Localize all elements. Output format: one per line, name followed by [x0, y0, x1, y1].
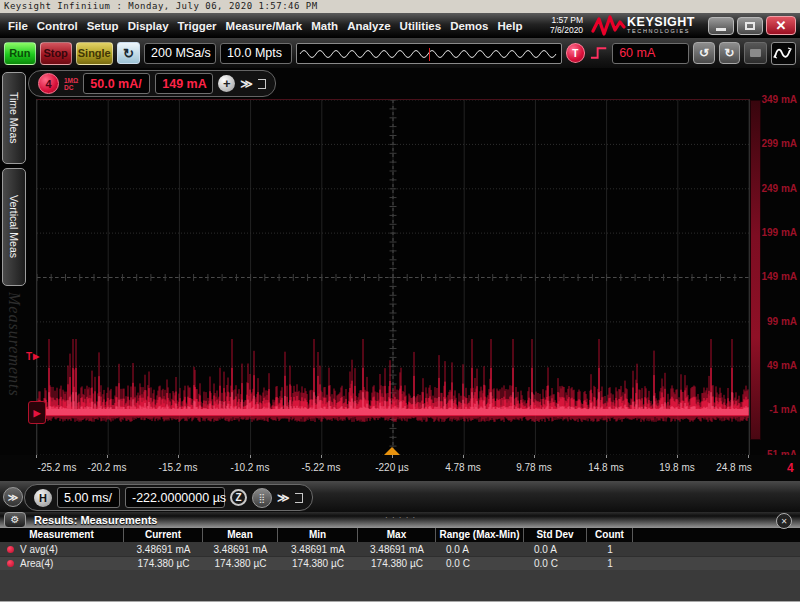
value-mean: 174.380 µC — [203, 558, 278, 569]
minimize-icon — [716, 28, 726, 31]
horizontal-dock-icon[interactable] — [295, 493, 303, 503]
value-current: 174.380 µC — [124, 558, 203, 569]
redo-button[interactable]: ↻ — [719, 42, 740, 64]
window-title: Keysight Infiniium : Monday, July 06, 20… — [4, 1, 318, 11]
menu-utilities[interactable]: Utilities — [400, 20, 442, 32]
trigger-level-marker[interactable]: T▶ — [26, 351, 39, 362]
screen-glyph — [750, 49, 761, 57]
channel4-offset-field[interactable]: 149 mA — [155, 73, 213, 94]
results-gear-icon[interactable]: ⚙ — [4, 512, 26, 528]
screen-dim-icon[interactable] — [744, 42, 767, 64]
x-axis-label: -220 µs — [375, 462, 409, 473]
single-button[interactable]: Single — [76, 42, 114, 65]
zoom-button[interactable]: Z — [230, 489, 247, 506]
menu-file[interactable]: File — [8, 20, 28, 32]
channel4-button[interactable]: 4 — [38, 73, 59, 94]
results-title: Results: Measurements — [34, 514, 158, 526]
value-current: 3.48691 mA — [124, 544, 203, 555]
results-title-bar: ⚙ Results: Measurements · · · · · ✕ — [0, 512, 800, 528]
menu-control[interactable]: Control — [37, 20, 78, 32]
measurement-name: Area(4) — [0, 558, 124, 569]
waveform-tool-icon[interactable] — [771, 42, 796, 65]
results-empty-area — [0, 570, 800, 601]
y-axis-label: -1 mA — [755, 405, 797, 415]
menu-analyze[interactable]: Analyze — [347, 20, 390, 32]
memory-depth-field[interactable]: 10.0 Mpts — [220, 43, 292, 64]
vertical-scale-bar[interactable] — [750, 100, 761, 440]
tab-vertical-meas[interactable]: Vertical Meas — [2, 168, 26, 286]
channel4-controls: 4 1MΩ DC 50.0 mA/ 149 mA + ≫ — [28, 70, 276, 97]
col-mean: Mean — [203, 528, 278, 542]
horizontal-expand-button[interactable]: ≫ — [277, 491, 290, 505]
menu-setup[interactable]: Setup — [87, 20, 119, 32]
results-panel: ⚙ Results: Measurements · · · · · ✕ Meas… — [0, 512, 800, 601]
oscilloscope-app: Keysight Infiniium : Monday, July 06, 20… — [0, 0, 800, 614]
stop-button[interactable]: Stop — [40, 42, 72, 65]
channel-expand-button[interactable]: ≫ — [240, 77, 253, 91]
clock: 1:57 PM 7/6/2020 — [550, 16, 583, 35]
run-button[interactable]: Run — [4, 42, 36, 65]
results-drag-handle[interactable]: · · · · · — [385, 513, 416, 522]
channel4-ground-marker[interactable]: ▶ — [28, 401, 46, 424]
scope-display[interactable] — [36, 99, 750, 456]
y-axis-label: 349 mA — [755, 95, 797, 105]
value-max: 174.380 µC — [358, 558, 436, 569]
time-axis: -25.2 ms -20.2 ms -15.2 ms -10.2 ms -5.2… — [0, 455, 800, 481]
value-max: 3.48691 mA — [358, 544, 436, 555]
menu-bar-right: 1:57 PM 7/6/2020 KEYSIGHT TECHNOLOGIES ✕ — [550, 13, 796, 38]
brand-name: KEYSIGHT — [627, 16, 695, 28]
col-empty — [633, 528, 800, 542]
x-axis-label: -5.22 ms — [302, 462, 341, 473]
menu-measure-mark[interactable]: Measure/Mark — [226, 20, 303, 32]
menu-display[interactable]: Display — [128, 20, 169, 32]
trigger-level-field[interactable]: 60 mA — [612, 43, 689, 64]
value-std-dev: 0.0 C — [524, 558, 587, 569]
table-row-vavg[interactable]: V avg(4) 3.48691 mA 3.48691 mA 3.48691 m… — [0, 542, 800, 556]
close-button[interactable]: ✕ — [766, 16, 796, 35]
maximize-button[interactable] — [737, 17, 763, 35]
horizontal-button[interactable]: H — [34, 489, 52, 507]
x-axis-label: -10.2 ms — [231, 462, 270, 473]
timebase-scale-field[interactable]: 5.00 ms/ — [57, 487, 120, 508]
dotted-sphere-button[interactable]: ⣿ — [252, 488, 272, 508]
col-current: Current — [124, 528, 203, 542]
x-axis-label: 19.8 ms — [659, 462, 695, 473]
menu-demos[interactable]: Demos — [450, 20, 488, 32]
value-range: 0.0 C — [436, 558, 524, 569]
channel4-scale-field[interactable]: 50.0 mA/ — [83, 73, 150, 94]
y-axis-label: 149 mA — [755, 272, 797, 282]
trigger-level-arrow-icon: ▶ — [33, 352, 39, 361]
menu-help[interactable]: Help — [498, 20, 523, 32]
menu-trigger[interactable]: Trigger — [178, 20, 217, 32]
menu-math[interactable]: Math — [311, 20, 338, 32]
horizontal-expand-left-button[interactable]: ≫ — [3, 487, 23, 507]
rising-edge-icon[interactable] — [589, 45, 608, 61]
x-axis-label: -15.2 ms — [159, 462, 198, 473]
value-count: 1 — [587, 558, 633, 569]
undo-button[interactable]: ↺ — [693, 42, 714, 64]
waveform-preview[interactable] — [296, 43, 562, 64]
channel4-dot-icon — [7, 546, 14, 553]
page-background — [0, 601, 800, 614]
x-axis-label: 9.78 ms — [516, 462, 552, 473]
trigger-time-marker[interactable] — [384, 447, 400, 455]
sample-rate-field[interactable]: 200 MSa/s — [144, 43, 216, 64]
y-axis-label: 249 mA — [755, 184, 797, 194]
channel-dock-icon[interactable] — [258, 79, 266, 89]
col-range: Range (Max-Min) — [436, 528, 524, 542]
minimize-button[interactable] — [708, 17, 734, 35]
x-axis-label: 24.8 ms — [716, 462, 752, 473]
timebase-position-field[interactable]: -222.0000000 µs — [125, 487, 225, 508]
tab-time-meas[interactable]: Time Meas — [2, 72, 26, 164]
y-axis-label: 99 mA — [755, 317, 797, 327]
clear-display-icon[interactable]: ↻ — [117, 42, 140, 64]
add-channel-button[interactable]: + — [218, 75, 235, 92]
y-axis-label: 49 mA — [755, 361, 797, 371]
trigger-level-letter: T — [26, 351, 32, 362]
value-min: 3.48691 mA — [278, 544, 358, 555]
table-row-area[interactable]: Area(4) 174.380 µC 174.380 µC 174.380 µC… — [0, 556, 800, 570]
col-std-dev: Std Dev — [524, 528, 587, 542]
value-std-dev: 0.0 A — [524, 544, 587, 555]
trigger-source-button[interactable]: T — [566, 43, 585, 63]
results-close-icon[interactable]: ✕ — [776, 513, 792, 529]
